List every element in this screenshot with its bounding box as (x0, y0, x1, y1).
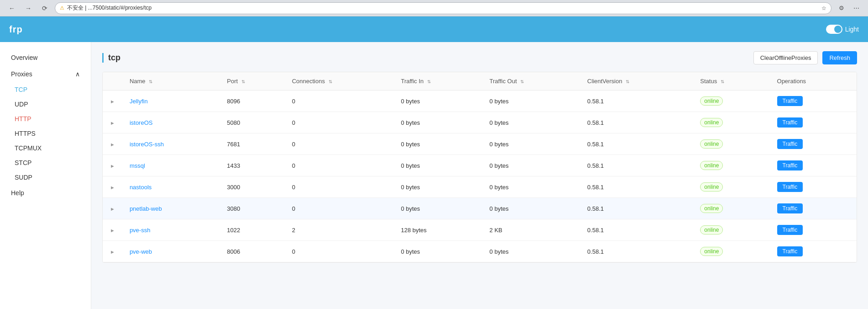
sort-port-icon: ⇅ (241, 79, 245, 84)
proxy-name-link[interactable]: istoreOS-ssh (130, 141, 164, 148)
col-traffic-in[interactable]: Traffic In ⇅ (393, 72, 482, 91)
connections-cell: 0 (285, 198, 394, 219)
status-badge: online (700, 225, 723, 234)
proxies-section-label: Proxies (11, 70, 32, 78)
table-row: ► Jellyfin 8096 0 0 bytes 0 bytes 0.58.1… (103, 91, 857, 112)
status-badge: online (700, 96, 723, 106)
refresh-button[interactable]: Refresh (822, 51, 857, 64)
proxy-name-link[interactable]: istoreOS (130, 119, 153, 126)
proxy-name-link[interactable]: pve-web (130, 248, 152, 255)
traffic-button[interactable]: Traffic (777, 182, 803, 192)
sidebar-item-http[interactable]: HTTP (0, 112, 91, 126)
expand-button[interactable]: ► (110, 99, 115, 104)
expand-button[interactable]: ► (110, 228, 115, 233)
status-badge: online (700, 247, 723, 256)
clear-offline-proxies-button[interactable]: ClearOfflineProxies (753, 51, 818, 64)
col-name[interactable]: Name ⇅ (122, 72, 220, 91)
col-traffic-out[interactable]: Traffic Out ⇅ (482, 72, 580, 91)
sidebar-item-stcp[interactable]: STCP (0, 155, 91, 170)
traffic-button[interactable]: Traffic (777, 96, 803, 106)
status-badge: online (700, 204, 723, 213)
traffic-out-cell: 0 bytes (482, 176, 580, 198)
col-port[interactable]: Port ⇅ (220, 72, 284, 91)
theme-toggle-button[interactable]: Light (826, 25, 859, 34)
sidebar-item-tcpmux[interactable]: TCPMUX (0, 141, 91, 155)
operations-cell: Traffic (770, 219, 857, 241)
traffic-in-cell: 0 bytes (393, 241, 482, 262)
extensions-button[interactable]: ⚙ (835, 2, 848, 15)
expand-button[interactable]: ► (110, 185, 115, 190)
traffic-button[interactable]: Traffic (777, 246, 803, 256)
col-connections[interactable]: Connections ⇅ (285, 72, 394, 91)
expand-cell: ► (103, 219, 122, 241)
status-cell: online (693, 219, 769, 241)
proxy-name-link[interactable]: pve-ssh (130, 227, 151, 234)
col-client-version[interactable]: ClientVersion ⇅ (580, 72, 693, 91)
chevron-up-icon: ∧ (75, 70, 80, 78)
expand-cell: ► (103, 112, 122, 133)
toggle-switch (826, 25, 842, 34)
url-text: 不安全 | ...7500/static/#/proxies/tcp (67, 4, 819, 12)
sidebar-item-https[interactable]: HTTPS (0, 126, 91, 141)
name-cell: Jellyfin (122, 91, 220, 112)
name-cell: istoreOS-ssh (122, 133, 220, 155)
client-version-cell: 0.58.1 (580, 176, 693, 198)
connections-cell: 0 (285, 133, 394, 155)
sort-name-icon: ⇅ (149, 79, 152, 84)
sidebar-item-overview[interactable]: Overview (0, 49, 91, 66)
page-header: tcp ClearOfflineProxies Refresh (102, 51, 857, 64)
col-status[interactable]: Status ⇅ (693, 72, 769, 91)
name-cell: nastools (122, 176, 220, 198)
sidebar-item-help[interactable]: Help (0, 185, 91, 201)
back-button[interactable]: ← (5, 2, 18, 15)
menu-button[interactable]: ⋯ (850, 2, 863, 15)
operations-cell: Traffic (770, 155, 857, 176)
table-row: ► istoreOS 5080 0 0 bytes 0 bytes 0.58.1… (103, 112, 857, 133)
traffic-button[interactable]: Traffic (777, 225, 803, 235)
proxy-name-link[interactable]: pnetlab-web (130, 205, 162, 212)
port-cell: 3080 (220, 198, 284, 219)
browser-actions: ⚙ ⋯ (835, 2, 863, 15)
expand-button[interactable]: ► (110, 120, 115, 126)
status-cell: online (693, 155, 769, 176)
connections-cell: 0 (285, 241, 394, 262)
col-expand (103, 72, 122, 91)
expand-button[interactable]: ► (110, 142, 115, 147)
proxies-table: Name ⇅ Port ⇅ Connections ⇅ Traffic In ⇅… (103, 72, 857, 262)
proxy-name-link[interactable]: Jellyfin (130, 98, 148, 105)
proxy-name-link[interactable]: mssql (130, 162, 145, 169)
name-cell: istoreOS (122, 112, 220, 133)
expand-button[interactable]: ► (110, 206, 115, 212)
traffic-out-cell: 0 bytes (482, 241, 580, 262)
traffic-out-cell: 0 bytes (482, 91, 580, 112)
traffic-out-cell: 0 bytes (482, 198, 580, 219)
sort-status-icon: ⇅ (721, 79, 724, 84)
port-cell: 8096 (220, 91, 284, 112)
traffic-button[interactable]: Traffic (777, 203, 803, 213)
connections-cell: 2 (285, 219, 394, 241)
table-row: ► mssql 1433 0 0 bytes 0 bytes 0.58.1 on… (103, 155, 857, 176)
port-cell: 1022 (220, 219, 284, 241)
forward-button[interactable]: → (22, 2, 35, 15)
status-badge: online (700, 161, 723, 170)
traffic-button[interactable]: Traffic (777, 160, 803, 170)
sort-connections-icon: ⇅ (329, 79, 332, 84)
traffic-button[interactable]: Traffic (777, 117, 803, 128)
sort-traffic-out-icon: ⇅ (520, 79, 524, 84)
port-cell: 1433 (220, 155, 284, 176)
sidebar-item-proxies[interactable]: Proxies ∧ (0, 66, 91, 82)
sidebar-item-udp[interactable]: UDP (0, 97, 91, 112)
sidebar-item-sudp[interactable]: SUDP (0, 170, 91, 185)
table-row: ► nastools 3000 0 0 bytes 0 bytes 0.58.1… (103, 176, 857, 198)
address-bar[interactable]: ⚠ 不安全 | ...7500/static/#/proxies/tcp ☆ (55, 2, 831, 14)
expand-button[interactable]: ► (110, 249, 115, 255)
traffic-button[interactable]: Traffic (777, 139, 803, 149)
proxy-name-link[interactable]: nastools (130, 184, 152, 191)
reload-button[interactable]: ⟳ (38, 2, 51, 15)
sidebar-overview-label: Overview (11, 54, 37, 61)
traffic-out-cell: 2 KB (482, 219, 580, 241)
sidebar-item-tcp[interactable]: TCP (0, 82, 91, 97)
traffic-in-cell: 0 bytes (393, 133, 482, 155)
expand-button[interactable]: ► (110, 163, 115, 169)
sort-traffic-in-icon: ⇅ (427, 79, 431, 84)
